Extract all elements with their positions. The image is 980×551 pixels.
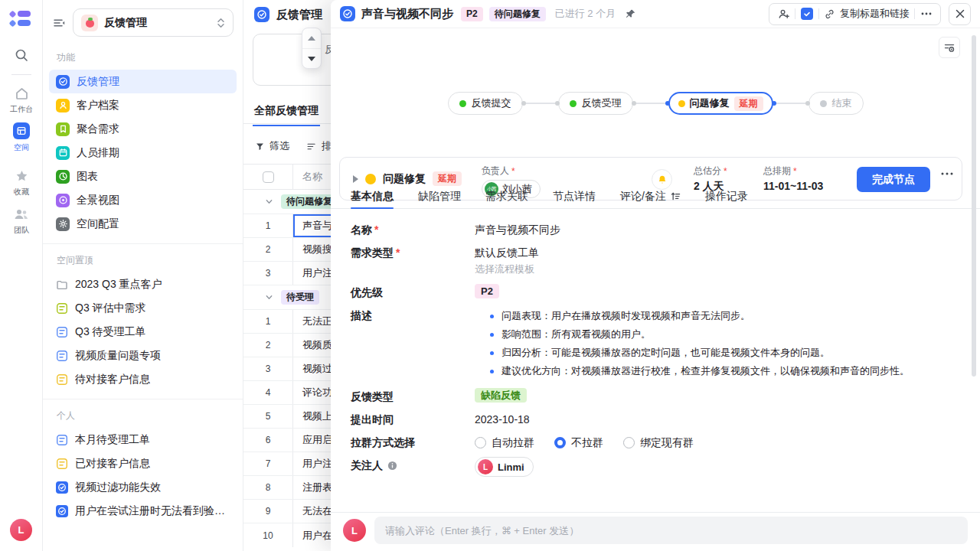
group-badge: 待问题修复 (281, 194, 338, 209)
nav-favorites-label: 收藏 (14, 187, 29, 197)
comment-sort-icon (671, 191, 681, 201)
sidebar-item-charts[interactable]: 图表 (49, 165, 237, 188)
chevron-down-icon (265, 197, 273, 206)
workflow-node-end[interactable]: 结束 (808, 92, 864, 115)
nav-workbench[interactable]: 工作台 (0, 86, 43, 115)
tab-activity-log[interactable]: 操作记录 (705, 184, 748, 208)
calendar-icon (56, 146, 70, 160)
sidebar-personal-item[interactable]: 本月待受理工单 (49, 428, 237, 452)
sidebar-personal-item[interactable]: 已对接客户信息 (49, 452, 237, 475)
sidebar-pinned-item[interactable]: 2023 Q3 重点客户 (49, 272, 237, 296)
radio-no-group[interactable]: 不拉群 (554, 434, 603, 451)
more-icon[interactable] (915, 5, 938, 24)
gear-icon (56, 217, 70, 231)
drawer-header: 声音与视频不同步 P2 待问题修复 已进行 2 个月 (331, 0, 980, 28)
follower-avatar: L (478, 459, 493, 474)
radio-bind-existing-group[interactable]: 绑定现有群 (623, 434, 694, 451)
folder-icon (56, 279, 68, 291)
tab-all-feedback[interactable]: 全部反馈管理 (253, 104, 320, 126)
follower-chip[interactable]: L Linmi (475, 457, 534, 477)
chevron-down-icon (265, 293, 273, 302)
pin-icon[interactable] (625, 8, 636, 20)
drawer-scrollbar[interactable] (972, 35, 976, 377)
flow-template-link[interactable]: 选择流程模板 (475, 261, 539, 277)
filter-button[interactable]: 筛选 (255, 139, 289, 153)
doc-list-icon (56, 326, 68, 338)
radio-auto-group[interactable]: 自动拉群 (475, 434, 534, 451)
sidebar-pinned-item[interactable]: 视频质量问题专项 (49, 344, 237, 367)
view-stepper (302, 28, 322, 69)
column-header-name: 名称 (293, 165, 322, 189)
star-icon (14, 168, 30, 184)
sidebar-pinned-item[interactable]: Q3 评估中需求 (49, 296, 237, 320)
sidebar-pinned-item[interactable]: Q3 待受理工单 (49, 320, 237, 344)
close-icon[interactable] (949, 3, 971, 25)
detail-drawer: 声音与视频不同步 P2 待问题修复 已进行 2 个月 (331, 0, 980, 551)
sidebar-personal-item[interactable]: 用户在尝试注册时无法看到验证码 (49, 499, 237, 523)
workflow-node-accepted[interactable]: 反馈受理 (558, 92, 633, 115)
home-icon (14, 86, 30, 101)
nav-space[interactable]: 空间 (0, 122, 43, 153)
feedback-type-badge[interactable]: 缺陷反馈 (475, 388, 527, 403)
copy-link-button[interactable]: 复制标题和链接 (819, 5, 914, 24)
funnel-icon (255, 142, 265, 152)
doc-list-icon (56, 434, 68, 446)
tab-node-details[interactable]: 节点详情 (553, 184, 596, 208)
flow-settings-icon[interactable] (939, 37, 960, 58)
check-circle-icon (254, 7, 270, 22)
link-icon (824, 8, 835, 20)
node-more-icon[interactable] (941, 172, 953, 175)
collapse-sidebar-icon[interactable] (53, 17, 66, 29)
compass-icon (56, 194, 70, 207)
check-circle-icon (56, 505, 68, 517)
sidebar-pinned-item[interactable]: 待对接客户信息 (49, 367, 237, 391)
add-member-icon[interactable] (772, 5, 795, 24)
description-text[interactable]: 问题表现：用户在播放视频时发现视频和声音无法同步。 影响范围：所有观看视频的用户… (475, 307, 910, 380)
sidebar-item-customer-files[interactable]: 客户档案 (49, 93, 237, 117)
sidebar-item-space-settings[interactable]: 空间配置 (49, 212, 237, 236)
comment-input[interactable] (374, 517, 968, 544)
workspace-selector[interactable]: 反馈管理 (73, 8, 234, 37)
bookmark-check-icon[interactable] (795, 5, 818, 24)
select-all-checkbox[interactable] (263, 171, 274, 183)
expand-caret-icon[interactable] (353, 175, 358, 183)
section-title-personal: 个人 (43, 399, 243, 428)
group-method-radios: 自动拉群 不拉群 绑定现有群 (475, 434, 694, 451)
stepper-down-icon[interactable] (302, 48, 321, 68)
stepper-up-icon[interactable] (302, 28, 321, 48)
priority-badge[interactable]: P2 (475, 284, 499, 298)
section-title-functions: 功能 (43, 41, 243, 70)
nav-favorites[interactable]: 收藏 (0, 168, 43, 197)
check-circle-icon (340, 6, 355, 21)
name-value[interactable]: 声音与视频不同步 (475, 221, 560, 238)
check-circle-icon (56, 481, 68, 494)
group-badge: 待受理 (281, 290, 319, 305)
tab-requirement-links[interactable]: 需求关联 (485, 184, 528, 208)
sidebar-item-aggregated-requirements[interactable]: 聚合需求 (49, 117, 237, 141)
sidebar-item-staff-scheduling[interactable]: 人员排期 (49, 141, 237, 165)
status-badge: 待问题修复 (489, 7, 546, 21)
team-icon (13, 207, 30, 222)
basic-info-form: 名称* 声音与视频不同步 需求类型* 默认反馈工单 选择流程模板 优先级 P2 … (351, 221, 954, 483)
sidebar-personal-item[interactable]: 视频过滤功能失效 (49, 475, 237, 499)
rail-divider (11, 74, 31, 75)
app-logo-icon (10, 11, 31, 26)
app-rail: 工作台 空间 收藏 团队 L (0, 0, 43, 551)
search-icon[interactable] (0, 47, 43, 63)
sidebar-item-panorama-view[interactable]: 全景视图 (49, 188, 237, 212)
workspace-name: 反馈管理 (104, 16, 147, 30)
nav-team[interactable]: 团队 (0, 207, 43, 236)
workflow-node-current[interactable]: 问题修复 延期 (668, 92, 773, 115)
sidebar-item-feedback-management[interactable]: 反馈管理 (49, 70, 237, 93)
sort-icon (306, 142, 317, 152)
user-avatar[interactable]: L (10, 519, 32, 541)
tab-comments[interactable]: 评论/备注 (620, 184, 681, 208)
type-value[interactable]: 默认反馈工单 (475, 244, 539, 261)
tab-defect-management[interactable]: 缺陷管理 (418, 184, 461, 208)
submit-time-value[interactable]: 2023-10-18 (475, 411, 530, 428)
tab-basic-info[interactable]: 基本信息 (351, 184, 394, 208)
node-status-dot (365, 174, 376, 184)
workflow-node-submitted[interactable]: 反馈提交 (448, 92, 523, 115)
chevron-updown-icon (217, 17, 225, 29)
priority-badge: P2 (461, 7, 483, 21)
